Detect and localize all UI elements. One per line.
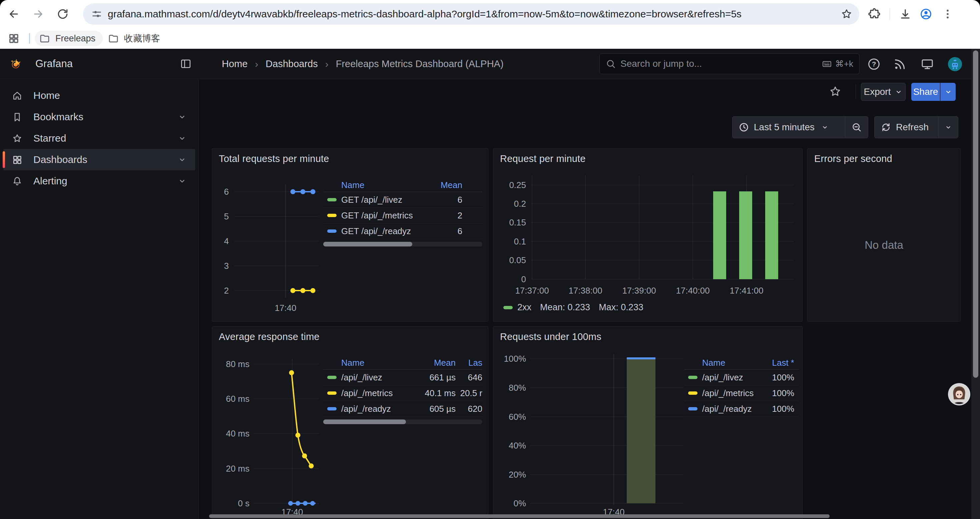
scrollbar-thumb[interactable] bbox=[323, 242, 412, 246]
chevron-down-icon[interactable] bbox=[178, 177, 186, 185]
panel-requests-under-100ms[interactable]: Requests under 100ms 100% 80% 60% 40% 20… bbox=[493, 326, 803, 519]
download-icon[interactable] bbox=[899, 8, 912, 21]
average-response-time-line-chart[interactable]: 80 ms 60 ms 40 ms 20 ms 0 s 17:40 bbox=[219, 345, 322, 516]
profile-icon[interactable] bbox=[920, 8, 932, 21]
refresh-icon bbox=[881, 122, 891, 133]
series-name[interactable]: /api/_/livez bbox=[341, 372, 415, 383]
reload-icon[interactable] bbox=[56, 8, 69, 21]
series-name[interactable]: GET /api/_/metrics bbox=[341, 211, 422, 221]
vertical-scrollbar-thumb[interactable] bbox=[973, 50, 978, 378]
site-info-icon[interactable] bbox=[91, 8, 102, 20]
series-color-pill bbox=[327, 391, 337, 395]
horizontal-scrollbar-thumb[interactable] bbox=[209, 514, 830, 518]
legend-row[interactable]: /api/_/livez 661 µs 646 bbox=[323, 370, 482, 385]
address-bar[interactable] bbox=[83, 3, 859, 25]
sidebar-item-starred[interactable]: Starred bbox=[3, 128, 195, 149]
legend-row[interactable]: /api/_/metrics 40.1 ms 20.5 r bbox=[323, 385, 482, 401]
chevron-down-icon[interactable] bbox=[178, 155, 186, 164]
scrollbar-thumb[interactable] bbox=[323, 420, 406, 424]
panel-total-requests[interactable]: Total requests per minute 6 5 4 3 2 17:4… bbox=[212, 148, 488, 322]
sidebar-item-bookmarks[interactable]: Bookmarks bbox=[3, 106, 195, 128]
legend-row[interactable]: /api/_/metrics 100% bbox=[684, 385, 799, 401]
legend-row[interactable]: /api/_/readyz 605 µs 620 bbox=[323, 401, 482, 417]
legend-col-name[interactable]: Name bbox=[684, 358, 761, 368]
bar[interactable] bbox=[765, 192, 778, 279]
panel-average-response-time[interactable]: Average response time 80 ms 60 ms 40 ms … bbox=[212, 326, 488, 519]
requests-under-100ms-bar-chart[interactable]: 100% 80% 60% 40% 20% 0% 17:40 bbox=[497, 345, 686, 516]
series-name[interactable]: GET /api/_/readyz bbox=[341, 226, 422, 236]
menu-kebab-icon[interactable] bbox=[941, 8, 954, 21]
series-color-pill bbox=[327, 198, 337, 201]
sidebar-item-dashboards[interactable]: Dashboards bbox=[3, 149, 195, 170]
series-color-pill bbox=[688, 407, 697, 410]
export-button[interactable]: Export bbox=[861, 83, 905, 101]
back-icon[interactable] bbox=[7, 8, 20, 21]
legend-row[interactable]: 2xx Mean: 0.233 Max: 0.233 bbox=[503, 302, 652, 313]
help-icon[interactable]: ? bbox=[867, 57, 881, 71]
series-mean: 2 bbox=[422, 211, 462, 221]
series-name[interactable]: /api/_/livez bbox=[702, 372, 761, 383]
action-divider bbox=[856, 84, 856, 99]
time-range-picker[interactable]: Last 5 minutes bbox=[732, 117, 845, 138]
sidebar-toggle-icon[interactable] bbox=[180, 58, 191, 69]
legend-scrollbar[interactable] bbox=[323, 420, 482, 424]
series-name[interactable]: /api/_/readyz bbox=[341, 404, 415, 414]
series-name[interactable]: /api/_/metrics bbox=[341, 388, 415, 398]
legend-col-last[interactable]: Las bbox=[456, 358, 482, 368]
share-menu-button[interactable] bbox=[940, 83, 956, 101]
panel-errors-per-second[interactable]: Errors per second No data bbox=[807, 148, 961, 322]
search-shortcut: ⌘+k bbox=[821, 59, 853, 69]
url-input[interactable] bbox=[108, 8, 836, 20]
panel-title: Errors per second bbox=[808, 149, 960, 164]
legend-row[interactable]: /api/_/readyz 100% bbox=[684, 401, 799, 417]
search-input[interactable] bbox=[620, 58, 821, 69]
chevron-down-icon[interactable] bbox=[178, 134, 186, 143]
series-name[interactable]: 2xx bbox=[517, 302, 531, 313]
y-tick: 100% bbox=[504, 354, 527, 364]
user-avatar[interactable] bbox=[948, 57, 962, 71]
chevron-down-icon[interactable] bbox=[178, 113, 186, 121]
bar[interactable] bbox=[739, 192, 752, 279]
sidebar-item-alerting[interactable]: Alerting bbox=[3, 170, 195, 192]
brand-title: Grafana bbox=[35, 58, 73, 70]
sidebar-item-home[interactable]: Home bbox=[3, 85, 195, 106]
bar-top-line bbox=[627, 357, 655, 359]
series-name[interactable]: GET /api/_/livez bbox=[341, 195, 422, 205]
apps-grid-icon[interactable] bbox=[8, 33, 19, 44]
grafana-logo[interactable] bbox=[10, 57, 22, 70]
legend-header: Name Mean bbox=[323, 179, 482, 192]
kiosk-mode-icon[interactable] bbox=[921, 57, 934, 71]
search-box[interactable]: ⌘+k bbox=[600, 53, 859, 74]
legend-col-name[interactable]: Name bbox=[323, 358, 415, 368]
extensions-icon[interactable] bbox=[868, 8, 881, 21]
breadcrumb-dashboards[interactable]: Dashboards bbox=[266, 58, 318, 69]
series-name[interactable]: /api/_/metrics bbox=[702, 388, 761, 398]
legend-col-mean[interactable]: Mean bbox=[415, 358, 456, 368]
legend-col-mean[interactable]: Mean bbox=[422, 180, 462, 190]
legend-col-last[interactable]: Last * bbox=[761, 358, 794, 368]
legend-row[interactable]: GET /api/_/livez 6 bbox=[323, 192, 482, 208]
legend-col-name[interactable]: Name bbox=[323, 180, 422, 190]
panel-request-per-minute[interactable]: Request per minute 0.25 0.2 0.15 0.1 0.0… bbox=[493, 148, 803, 322]
request-per-minute-bar-chart[interactable]: 0.25 0.2 0.15 0.1 0.05 0 17:37:00 17:38:… bbox=[500, 167, 796, 301]
floating-assistant-avatar[interactable] bbox=[948, 383, 970, 406]
bar[interactable] bbox=[713, 192, 726, 279]
share-button[interactable]: Share bbox=[911, 83, 940, 101]
legend-row[interactable]: /api/_/livez 100% bbox=[684, 370, 799, 385]
news-icon[interactable] bbox=[893, 57, 907, 71]
legend-row[interactable]: GET /api/_/readyz 6 bbox=[323, 224, 482, 239]
refresh-button[interactable]: Refresh bbox=[875, 117, 938, 138]
legend-scrollbar[interactable] bbox=[323, 242, 482, 246]
series-name[interactable]: /api/_/readyz bbox=[702, 404, 761, 414]
breadcrumb-home[interactable]: Home bbox=[222, 58, 248, 69]
bookmark-star-icon[interactable] bbox=[841, 8, 853, 20]
bar[interactable] bbox=[627, 359, 655, 503]
bookmark-folder-freeleaps[interactable]: Freeleaps bbox=[35, 31, 103, 46]
total-requests-line-chart[interactable]: 6 5 4 3 2 17:40 bbox=[219, 167, 322, 318]
favorite-star-icon[interactable] bbox=[829, 85, 842, 98]
zoom-out-button[interactable] bbox=[845, 117, 868, 138]
legend-row[interactable]: GET /api/_/metrics 2 bbox=[323, 208, 482, 224]
forward-icon[interactable] bbox=[32, 8, 45, 21]
bookmark-folder-blogs[interactable]: 收藏博客 bbox=[106, 31, 165, 46]
refresh-interval-button[interactable] bbox=[939, 117, 958, 138]
